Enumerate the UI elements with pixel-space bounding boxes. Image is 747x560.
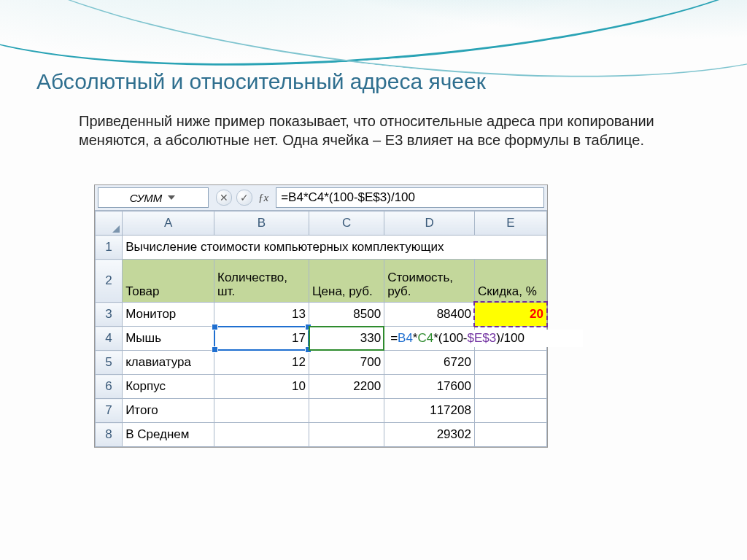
cell-A8[interactable]: В Среднем [123,423,214,447]
row-header-8[interactable]: 8 [96,423,123,447]
cell-text: 88400 [384,306,474,323]
excel-fragment: СУММ ✕ ✓ ƒx =B4*C4*(100-$E$3)/100 [95,185,547,447]
col-header-E[interactable]: E [474,211,546,236]
formula-bar-row: СУММ ✕ ✓ ƒx =B4*C4*(100-$E$3)/100 [95,185,547,211]
cell-text: 17 [214,330,309,347]
cell-B6[interactable]: 10 [214,375,309,399]
cell-text: 10 [214,378,309,395]
cell-text: 8500 [309,306,384,323]
cell-text: 330 [309,330,384,347]
col-header-D[interactable]: D [384,211,475,236]
cell-text [475,409,546,412]
cell-B5[interactable]: 12 [214,351,309,375]
row-header-1[interactable]: 1 [96,236,123,260]
cell-B4[interactable]: 17 [214,327,309,351]
cell-text [214,409,309,412]
row-header-4[interactable]: 4 [96,327,123,351]
col-header-A[interactable]: A [123,211,214,236]
cell-E6[interactable] [474,375,546,399]
cell-E8[interactable] [474,423,546,447]
cell-D3[interactable]: 88400 [384,303,475,327]
cell-text: 13 [214,306,309,323]
cancel-button[interactable]: ✕ [216,190,232,206]
formula-bar-buttons: ✕ ✓ ƒx [212,185,274,210]
cell-A1[interactable]: Вычисление стоимости компьютерных компле… [123,236,547,260]
cell-text: 700 [309,354,384,371]
cell-text: Мышь [123,330,214,347]
cell-text: В Среднем [123,426,214,443]
row-header-7[interactable]: 7 [96,399,123,423]
cell-C8[interactable] [309,423,384,447]
cell-C4[interactable]: 330 [309,327,384,351]
slide: Абсолютный и относительный адреса ячеек … [0,0,747,560]
cell-text: Товар [123,283,214,302]
cell-B7[interactable] [214,399,309,423]
cell-text: Скидка, % [475,283,546,302]
fx-icon[interactable]: ƒx [257,192,270,204]
cell-B3[interactable]: 13 [214,303,309,327]
cell-A5[interactable]: клавиатура [123,351,214,375]
row-header-6[interactable]: 6 [96,375,123,399]
cell-D7[interactable]: 117208 [384,399,475,423]
slide-paragraph: Приведенный ниже пример показывает, что … [79,112,677,149]
cell-D5[interactable]: 6720 [384,351,475,375]
row-header-2[interactable]: 2 [96,260,123,303]
row-header-3[interactable]: 3 [96,303,123,327]
cell-text: Количество, шт. [214,269,309,302]
cell-E5[interactable] [474,351,546,375]
worksheet-grid[interactable]: A B C D E 1 Вычисление стоимости компьют… [95,211,547,447]
cell-C3[interactable]: 8500 [309,303,384,327]
select-all-corner[interactable] [96,211,123,236]
selection-handle[interactable] [212,346,218,353]
name-box-dropdown-icon[interactable] [166,192,177,203]
cell-text [475,433,546,436]
cell-text: Цена, руб. [309,283,384,302]
cell-text: Вычисление стоимости компьютерных компле… [123,238,546,256]
col-header-C[interactable]: C [309,211,384,236]
cell-B2[interactable]: Количество, шт. [214,260,309,303]
selection-handle[interactable] [212,324,218,330]
cell-text: 17600 [384,378,474,395]
row-header-5[interactable]: 5 [96,351,123,375]
cell-text: 117208 [384,402,474,419]
cell-A2[interactable]: Товар [123,260,214,303]
cell-text: 29302 [384,426,474,443]
col-header-B[interactable]: B [214,211,309,236]
cell-text: Итого [123,402,214,419]
cell-C7[interactable] [309,399,384,423]
cell-text: клавиатура [123,354,214,371]
cell-text: 20 [475,306,546,323]
cell-C5[interactable]: 700 [309,351,384,375]
slide-title: Абсолютный и относительный адреса ячеек [36,69,486,94]
cell-text: Монитор [123,306,214,323]
cell-D8[interactable]: 29302 [384,423,475,447]
cell-C6[interactable]: 2200 [309,375,384,399]
formula-bar-text: =B4*C4*(100-$E$3)/100 [281,190,415,205]
cell-text [214,433,309,436]
cell-D2[interactable]: Стоимость, руб. [384,260,475,303]
cell-formula: =B4*C4*(100-$E$3)/100 [387,330,583,347]
cell-B8[interactable] [214,423,309,447]
cell-text: 12 [214,354,309,371]
cell-E3[interactable]: 20 [474,303,546,327]
cell-text [475,361,546,364]
cell-D4[interactable]: =B4*C4*(100-$E$3)/100 [384,327,475,351]
name-box-value: СУММ [130,192,163,204]
cell-text: Корпус [123,378,214,395]
cell-text: 2200 [309,378,384,395]
cell-A3[interactable]: Монитор [123,303,214,327]
cell-E7[interactable] [474,399,546,423]
cell-C2[interactable]: Цена, руб. [309,260,384,303]
formula-bar-input[interactable]: =B4*C4*(100-$E$3)/100 [276,187,544,208]
name-box[interactable]: СУММ [98,187,209,208]
cell-A4[interactable]: Мышь [123,327,214,351]
cell-text [309,409,384,412]
cell-E2[interactable]: Скидка, % [474,260,546,303]
cell-A6[interactable]: Корпус [123,375,214,399]
cell-text [475,385,546,388]
cell-D6[interactable]: 17600 [384,375,475,399]
cell-text: Стоимость, руб. [384,269,474,302]
enter-button[interactable]: ✓ [236,190,252,206]
cell-text [309,433,384,436]
cell-A7[interactable]: Итого [123,399,214,423]
